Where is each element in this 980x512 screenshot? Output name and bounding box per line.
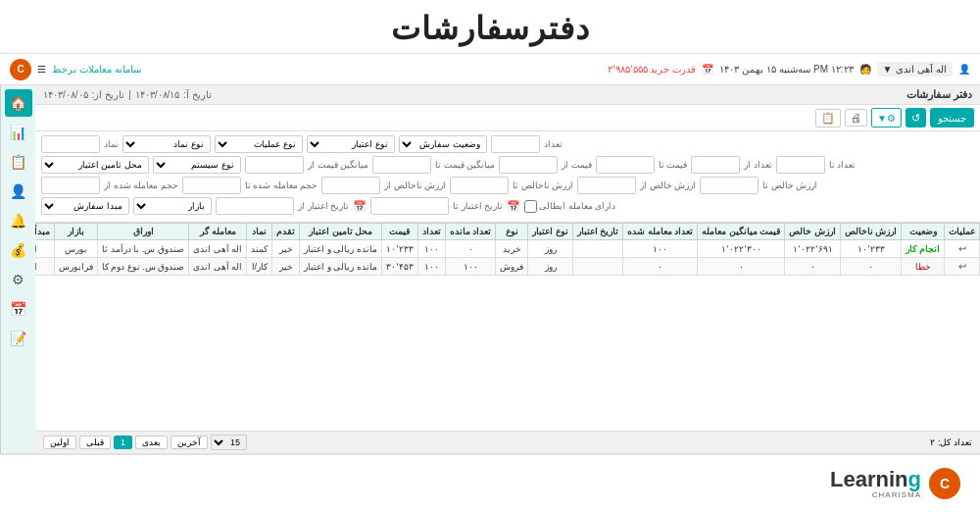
invalid-trade-checkbox[interactable] [524, 200, 537, 213]
count-input[interactable] [491, 135, 540, 153]
col-operations: عملیات [945, 224, 980, 240]
prev-page-btn[interactable]: قبلی [79, 435, 111, 449]
sidebar-icon-calendar[interactable]: 📅 [5, 295, 32, 323]
cell-traded-count: ۱۰۰ [623, 240, 698, 258]
per-page-select[interactable]: 15 [211, 435, 247, 450]
search-button[interactable]: جستجو [930, 108, 974, 128]
current-page-btn[interactable]: 1 [114, 435, 132, 449]
net-value-to-label: ارزش ناخالص تا [513, 180, 573, 190]
col-origin: مبدأ سفارش [35, 224, 54, 240]
price-to-input[interactable] [596, 156, 655, 174]
breadcrumb-date-to: ۱۴۰۳/۰۸/۱۵ [135, 89, 180, 100]
order-status-select[interactable]: وضعیت سفارش [399, 135, 487, 153]
sidebar-icon-bell[interactable]: 🔔 [5, 207, 32, 234]
cell-market: فرابورس [54, 258, 97, 276]
cell-count: ۱۰۰ [417, 258, 445, 276]
pagination: 15 آخرین بعدی 1 قبلی اولین [43, 435, 247, 450]
filter-button[interactable]: ⚙▼ [871, 108, 902, 128]
cell-avg-price: ۱٬۰۲۲٬۳۰۰ [698, 240, 785, 258]
next-page-btn[interactable]: بعدی [135, 435, 168, 449]
sidebar-icon-chart[interactable]: 📊 [5, 119, 32, 146]
page-header: دفتر سفارشات تاریخ آ: ۱۴۰۳/۰۸/۱۵ | تاریخ… [35, 85, 980, 105]
count-from-input[interactable] [691, 156, 740, 174]
symbol-input[interactable] [41, 135, 100, 153]
user-info[interactable]: اله آهی اندی ▼ [877, 62, 953, 77]
trade-size-to-label: حجم معامله شده تا [245, 180, 318, 190]
col-credit-date: تاریخ اعتبار [572, 224, 623, 240]
price-input[interactable] [499, 156, 558, 174]
time-display: ۱۲:۲۳ PM سه‌شنبه ۱۵ بهمن ۱۴۰۳ [719, 64, 853, 75]
cell-gross-value: ۱۰٬۲۳۳ [840, 240, 902, 258]
cell-count: ۱۰۰ [417, 240, 445, 258]
net-value-from-input[interactable] [321, 177, 380, 194]
menu-icon[interactable]: ☰ [37, 64, 46, 75]
col-credit-type: نوع اعتبار [528, 224, 573, 240]
day: ۱۵ [766, 64, 776, 75]
credit-place-select[interactable]: محل تامین اعتبار [41, 156, 149, 174]
cell-operations: ↩ [945, 258, 980, 276]
dropdown-icon: ▼ [883, 64, 893, 75]
table-header-row: عملیات وضعیت ارزش ناخالص ارزش خالص قیمت … [35, 224, 980, 240]
net-from-input[interactable] [577, 177, 636, 194]
operation-type-select[interactable]: نوع عملیات [215, 135, 303, 153]
min-price-input[interactable] [245, 156, 304, 174]
col-traded-count: تعداد معامله شده [623, 224, 698, 240]
filter-row-1: تعداد وضعیت سفارش نوع اعتبار نوع عملیات … [41, 135, 974, 153]
col-trader: معامله گر [189, 224, 247, 240]
sidebar-icon-gear[interactable]: ⚙ [5, 266, 32, 293]
refresh-button[interactable]: ↺ [906, 108, 926, 128]
date-from-input[interactable] [216, 197, 294, 215]
origin-select[interactable]: مبدا سفارش [41, 197, 129, 215]
nav-link[interactable]: سامانه معاملات برخط [52, 64, 141, 75]
page-title-area: دفترسفارشات [0, 0, 980, 54]
export-button[interactable]: 📋 [815, 109, 841, 128]
sidebar-icon-list[interactable]: 📋 [5, 148, 32, 176]
trade-size-to-input[interactable] [182, 177, 241, 194]
app-logo: C [10, 59, 31, 80]
net-value-to-input[interactable] [450, 177, 509, 194]
undo-btn-0[interactable]: ↩ [958, 243, 966, 254]
net-to-input[interactable] [700, 177, 759, 194]
brand-name: Learning [830, 469, 921, 490]
cell-trader: اله آهی اندی [189, 258, 247, 276]
min-price-to-label: میانگین قیمت تا [435, 160, 495, 170]
cell-papers: صندوق س. با درآمد ثا [97, 240, 189, 258]
col-remainder: تعداد مانده [445, 224, 496, 240]
brand-name-highlight: g [908, 467, 921, 491]
top-bar-right: 👤 اله آهی اندی ▼ 🧑 ۱۲:۲۳ PM سه‌شنبه ۱۵ ب… [608, 62, 970, 77]
sidebar-icon-user[interactable]: 👤 [5, 178, 32, 205]
market-select[interactable]: بازار [133, 197, 212, 215]
col-avg-price: قیمت میانگین معامله [698, 224, 785, 240]
count-to-input[interactable] [776, 156, 825, 174]
brand-sub: CHARISMA [830, 490, 921, 499]
invalid-trade-label: دارای معامله ابطالی [539, 201, 615, 211]
col-net-value: ارزش خالص [785, 224, 841, 240]
date-icon-to: 📅 [507, 200, 520, 213]
last-page-btn[interactable]: آخرین [171, 435, 208, 449]
orders-table: عملیات وضعیت ارزش ناخالص ارزش خالص قیمت … [35, 223, 980, 276]
toolbar: جستجو ↺ ⚙▼ 🖨 📋 [35, 105, 980, 131]
cell-market: بورس [54, 240, 97, 258]
min-price-to-input[interactable] [372, 156, 431, 174]
filter-row-3: ارزش خالص تا ارزش خالص از ارزش ناخالص تا… [41, 177, 974, 194]
sidebar-icon-notes[interactable]: 📝 [5, 325, 32, 352]
net-value-from-label: ارزش ناخالص از [384, 180, 446, 190]
sidebar: 🏠 📊 📋 👤 🔔 💰 ⚙ 📅 📝 [0, 85, 35, 453]
undo-btn-1[interactable]: ↩ [958, 261, 966, 272]
first-page-btn[interactable]: اولین [43, 435, 76, 449]
symbol-type-select[interactable]: نوع نماد [122, 135, 211, 153]
date-from-label: تاریخ اعتبار از [298, 201, 349, 211]
sidebar-icon-home[interactable]: 🏠 [5, 89, 32, 117]
system-type-select[interactable]: نوع سیستم [153, 156, 241, 174]
cell-origin: اکسیر [35, 258, 54, 276]
credit-type-select[interactable]: نوع اعتبار [307, 135, 395, 153]
cell-operations: ↩ [945, 240, 980, 258]
date-to-input[interactable] [370, 197, 449, 215]
sidebar-icon-money[interactable]: 💰 [5, 236, 32, 264]
price-to-label: قیمت تا [659, 160, 688, 170]
cell-credit-place: مانده ریالی و اعتبار [300, 258, 382, 276]
print-button[interactable]: 🖨 [845, 109, 867, 127]
trade-size-from-input[interactable] [41, 177, 100, 194]
cell-gross-value: ۰ [840, 258, 902, 276]
net-to-label: ارزش خالص تا [762, 180, 817, 190]
